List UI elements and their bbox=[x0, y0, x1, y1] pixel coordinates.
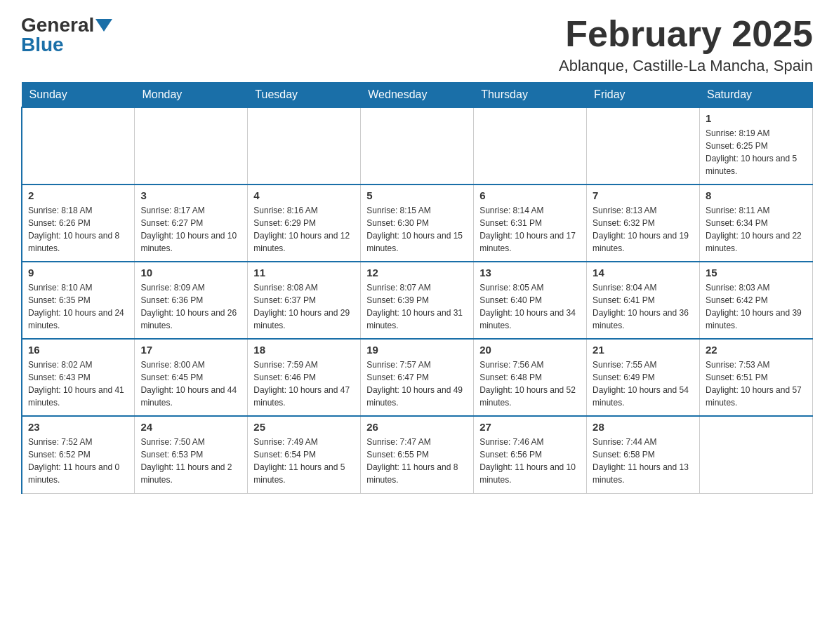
calendar-cell: 25Sunrise: 7:49 AMSunset: 6:54 PMDayligh… bbox=[248, 416, 361, 493]
calendar-cell bbox=[248, 107, 361, 185]
weekday-header-row: SundayMondayTuesdayWednesdayThursdayFrid… bbox=[22, 83, 813, 108]
day-number: 9 bbox=[28, 267, 128, 279]
title-section: February 2025 Ablanque, Castille-La Manc… bbox=[559, 14, 813, 75]
calendar-cell: 21Sunrise: 7:55 AMSunset: 6:49 PMDayligh… bbox=[587, 339, 700, 416]
day-info: Sunrise: 8:03 AMSunset: 6:42 PMDaylight:… bbox=[706, 281, 807, 332]
calendar-cell bbox=[22, 107, 135, 185]
day-info: Sunrise: 8:02 AMSunset: 6:43 PMDaylight:… bbox=[28, 358, 128, 409]
calendar-cell: 1Sunrise: 8:19 AMSunset: 6:25 PMDaylight… bbox=[700, 107, 813, 185]
weekday-header-monday: Monday bbox=[135, 83, 248, 108]
weekday-header-wednesday: Wednesday bbox=[361, 83, 474, 108]
day-number: 20 bbox=[479, 344, 581, 356]
day-info: Sunrise: 7:53 AMSunset: 6:51 PMDaylight:… bbox=[706, 358, 807, 409]
day-number: 5 bbox=[366, 189, 468, 201]
day-info: Sunrise: 7:59 AMSunset: 6:46 PMDaylight:… bbox=[253, 358, 355, 409]
calendar-week-row: 9Sunrise: 8:10 AMSunset: 6:35 PMDaylight… bbox=[22, 262, 813, 339]
day-number: 18 bbox=[253, 344, 355, 356]
day-info: Sunrise: 7:46 AMSunset: 6:56 PMDaylight:… bbox=[479, 436, 581, 486]
day-number: 25 bbox=[253, 421, 355, 433]
day-info: Sunrise: 8:16 AMSunset: 6:29 PMDaylight:… bbox=[253, 204, 355, 255]
day-number: 14 bbox=[593, 267, 694, 279]
calendar-week-row: 1Sunrise: 8:19 AMSunset: 6:25 PMDaylight… bbox=[22, 107, 813, 185]
calendar-cell: 24Sunrise: 7:50 AMSunset: 6:53 PMDayligh… bbox=[135, 416, 248, 493]
day-number: 23 bbox=[28, 421, 128, 433]
day-info: Sunrise: 8:10 AMSunset: 6:35 PMDaylight:… bbox=[28, 281, 128, 332]
day-number: 13 bbox=[479, 267, 581, 279]
day-info: Sunrise: 7:55 AMSunset: 6:49 PMDaylight:… bbox=[593, 358, 694, 409]
month-title: February 2025 bbox=[559, 14, 813, 54]
calendar-week-row: 23Sunrise: 7:52 AMSunset: 6:52 PMDayligh… bbox=[22, 416, 813, 493]
calendar-cell bbox=[587, 107, 700, 185]
weekday-header-friday: Friday bbox=[587, 83, 700, 108]
page-header: General Blue February 2025 Ablanque, Cas… bbox=[21, 14, 813, 75]
calendar-cell: 19Sunrise: 7:57 AMSunset: 6:47 PMDayligh… bbox=[361, 339, 474, 416]
day-number: 1 bbox=[706, 112, 807, 124]
calendar-cell: 16Sunrise: 8:02 AMSunset: 6:43 PMDayligh… bbox=[22, 339, 135, 416]
calendar-cell: 13Sunrise: 8:05 AMSunset: 6:40 PMDayligh… bbox=[474, 262, 587, 339]
calendar-cell: 10Sunrise: 8:09 AMSunset: 6:36 PMDayligh… bbox=[135, 262, 248, 339]
location-title: Ablanque, Castille-La Mancha, Spain bbox=[559, 57, 813, 75]
calendar-cell: 22Sunrise: 7:53 AMSunset: 6:51 PMDayligh… bbox=[700, 339, 813, 416]
day-info: Sunrise: 8:09 AMSunset: 6:36 PMDaylight:… bbox=[140, 281, 241, 332]
calendar-cell: 6Sunrise: 8:14 AMSunset: 6:31 PMDaylight… bbox=[474, 185, 587, 262]
day-number: 8 bbox=[706, 189, 807, 201]
day-number: 21 bbox=[593, 344, 694, 356]
logo-triangle-icon bbox=[95, 19, 112, 32]
day-number: 10 bbox=[140, 267, 241, 279]
day-info: Sunrise: 8:04 AMSunset: 6:41 PMDaylight:… bbox=[593, 281, 694, 332]
day-number: 28 bbox=[593, 421, 694, 433]
calendar-cell bbox=[700, 416, 813, 493]
day-info: Sunrise: 8:05 AMSunset: 6:40 PMDaylight:… bbox=[479, 281, 581, 332]
day-info: Sunrise: 8:08 AMSunset: 6:37 PMDaylight:… bbox=[253, 281, 355, 332]
day-number: 3 bbox=[140, 189, 241, 201]
day-number: 26 bbox=[366, 421, 468, 433]
day-number: 27 bbox=[479, 421, 581, 433]
calendar-cell: 28Sunrise: 7:44 AMSunset: 6:58 PMDayligh… bbox=[587, 416, 700, 493]
calendar-cell: 9Sunrise: 8:10 AMSunset: 6:35 PMDaylight… bbox=[22, 262, 135, 339]
calendar-cell: 15Sunrise: 8:03 AMSunset: 6:42 PMDayligh… bbox=[700, 262, 813, 339]
day-info: Sunrise: 7:52 AMSunset: 6:52 PMDaylight:… bbox=[28, 436, 128, 486]
day-info: Sunrise: 8:07 AMSunset: 6:39 PMDaylight:… bbox=[366, 281, 468, 332]
calendar-cell: 23Sunrise: 7:52 AMSunset: 6:52 PMDayligh… bbox=[22, 416, 135, 493]
calendar-cell: 5Sunrise: 8:15 AMSunset: 6:30 PMDaylight… bbox=[361, 185, 474, 262]
day-info: Sunrise: 8:00 AMSunset: 6:45 PMDaylight:… bbox=[140, 358, 241, 409]
day-number: 22 bbox=[706, 344, 807, 356]
calendar-cell: 17Sunrise: 8:00 AMSunset: 6:45 PMDayligh… bbox=[135, 339, 248, 416]
day-number: 2 bbox=[28, 189, 128, 201]
calendar-cell: 7Sunrise: 8:13 AMSunset: 6:32 PMDaylight… bbox=[587, 185, 700, 262]
day-info: Sunrise: 8:17 AMSunset: 6:27 PMDaylight:… bbox=[140, 204, 241, 255]
calendar-cell: 11Sunrise: 8:08 AMSunset: 6:37 PMDayligh… bbox=[248, 262, 361, 339]
day-number: 17 bbox=[140, 344, 241, 356]
calendar-cell bbox=[361, 107, 474, 185]
day-info: Sunrise: 8:11 AMSunset: 6:34 PMDaylight:… bbox=[706, 204, 807, 255]
day-info: Sunrise: 8:19 AMSunset: 6:25 PMDaylight:… bbox=[706, 127, 807, 177]
calendar-table: SundayMondayTuesdayWednesdayThursdayFrid… bbox=[21, 82, 813, 494]
calendar-cell: 27Sunrise: 7:46 AMSunset: 6:56 PMDayligh… bbox=[474, 416, 587, 493]
day-info: Sunrise: 7:50 AMSunset: 6:53 PMDaylight:… bbox=[140, 436, 241, 486]
day-info: Sunrise: 8:15 AMSunset: 6:30 PMDaylight:… bbox=[366, 204, 468, 255]
calendar-cell: 26Sunrise: 7:47 AMSunset: 6:55 PMDayligh… bbox=[361, 416, 474, 493]
day-number: 4 bbox=[253, 189, 355, 201]
weekday-header-saturday: Saturday bbox=[700, 83, 813, 108]
day-info: Sunrise: 7:47 AMSunset: 6:55 PMDaylight:… bbox=[366, 436, 468, 486]
calendar-cell: 20Sunrise: 7:56 AMSunset: 6:48 PMDayligh… bbox=[474, 339, 587, 416]
day-number: 11 bbox=[253, 267, 355, 279]
day-number: 6 bbox=[479, 189, 581, 201]
day-number: 15 bbox=[706, 267, 807, 279]
calendar-cell: 18Sunrise: 7:59 AMSunset: 6:46 PMDayligh… bbox=[248, 339, 361, 416]
weekday-header-sunday: Sunday bbox=[22, 83, 135, 108]
calendar-cell: 3Sunrise: 8:17 AMSunset: 6:27 PMDaylight… bbox=[135, 185, 248, 262]
day-info: Sunrise: 7:57 AMSunset: 6:47 PMDaylight:… bbox=[366, 358, 468, 409]
day-info: Sunrise: 7:56 AMSunset: 6:48 PMDaylight:… bbox=[479, 358, 581, 409]
calendar-week-row: 16Sunrise: 8:02 AMSunset: 6:43 PMDayligh… bbox=[22, 339, 813, 416]
day-info: Sunrise: 7:44 AMSunset: 6:58 PMDaylight:… bbox=[593, 436, 694, 486]
day-info: Sunrise: 7:49 AMSunset: 6:54 PMDaylight:… bbox=[253, 436, 355, 486]
weekday-header-tuesday: Tuesday bbox=[248, 83, 361, 108]
day-info: Sunrise: 8:13 AMSunset: 6:32 PMDaylight:… bbox=[593, 204, 694, 255]
day-number: 7 bbox=[593, 189, 694, 201]
calendar-cell bbox=[135, 107, 248, 185]
logo: General Blue bbox=[21, 14, 114, 56]
calendar-cell: 8Sunrise: 8:11 AMSunset: 6:34 PMDaylight… bbox=[700, 185, 813, 262]
calendar-cell: 12Sunrise: 8:07 AMSunset: 6:39 PMDayligh… bbox=[361, 262, 474, 339]
day-number: 12 bbox=[366, 267, 468, 279]
